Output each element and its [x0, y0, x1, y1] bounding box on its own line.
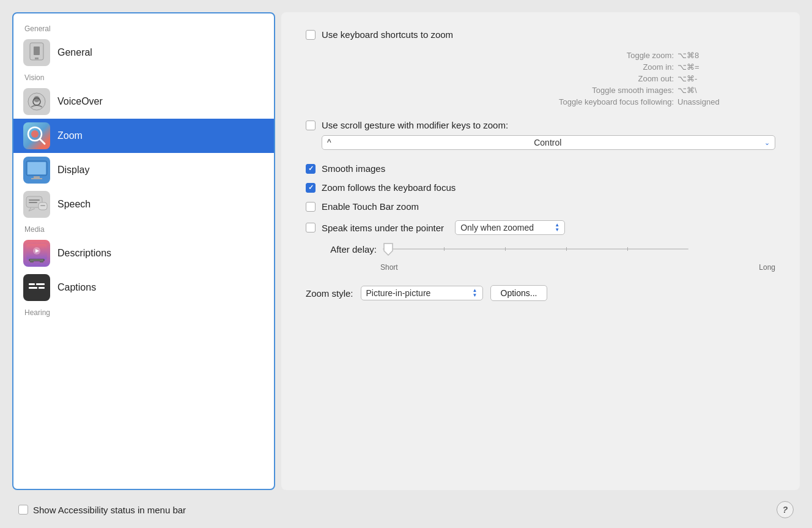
sidebar-section-hearing: Hearing [13, 305, 274, 319]
shortcut-toggle-zoom: Toggle zoom: ⌥⌘8 [320, 51, 775, 60]
after-delay-row: After delay: [306, 244, 775, 255]
svg-rect-12 [31, 178, 42, 179]
touch-bar-row: Enable Touch Bar zoom [306, 201, 775, 212]
smooth-images-row: Smooth images [306, 163, 775, 174]
zoom-style-arrows: ▲ ▼ [473, 288, 478, 298]
sidebar-section-general: General [13, 21, 274, 35]
speak-items-checkbox[interactable] [306, 223, 316, 232]
sidebar-item-display[interactable]: Display [13, 153, 274, 187]
keyboard-focus-row: Zoom follows the keyboard focus [306, 182, 775, 193]
svg-rect-15 [29, 202, 37, 203]
shortcut-zoom-in-label: Zoom in: [515, 62, 674, 72]
speak-items-dropdown[interactable]: Only when zoomed ▲ ▼ [455, 220, 565, 235]
scroll-gesture-checkbox[interactable] [306, 121, 316, 130]
content-area: Use keyboard shortcuts to zoom Toggle zo… [281, 12, 800, 490]
keyboard-shortcuts-row: Use keyboard shortcuts to zoom [306, 29, 775, 40]
zoom-style-row: Zoom style: Picture-in-picture ▲ ▼ Optio… [306, 285, 775, 301]
sidebar-item-voiceover[interactable]: VoiceOver [13, 84, 274, 119]
shortcut-keyboard-focus-label: Toggle keyboard focus following: [515, 97, 674, 106]
svg-rect-1 [34, 46, 40, 55]
shortcut-toggle-zoom-value: ⌥⌘8 [677, 51, 726, 60]
svg-line-7 [40, 139, 45, 144]
shortcut-keyboard-focus: Toggle keyboard focus following: Unassig… [320, 97, 775, 106]
sidebar-item-captions[interactable]: Captions [13, 270, 274, 305]
slider-short-label: Short [380, 263, 398, 272]
shortcut-toggle-zoom-label: Toggle zoom: [515, 51, 674, 60]
scroll-gesture-row: Use scroll gesture with modifier keys to… [306, 120, 775, 130]
shortcut-zoom-in: Zoom in: ⌥⌘= [320, 62, 775, 72]
after-delay-label: After delay: [306, 244, 377, 255]
sidebar-section-media: Media [13, 221, 274, 236]
svg-rect-25 [26, 279, 47, 294]
modifier-key-prefix: ^ [327, 138, 331, 147]
svg-rect-29 [39, 287, 45, 289]
shortcut-smooth-images-value: ⌥⌘\ [677, 86, 726, 95]
display-icon [23, 157, 50, 184]
sidebar-item-captions-label: Captions [57, 282, 96, 293]
svg-point-8 [31, 130, 39, 138]
slider-thumb-container [383, 240, 394, 258]
svg-rect-20 [30, 261, 34, 262]
options-button[interactable]: Options... [490, 285, 548, 301]
svg-rect-26 [29, 283, 35, 285]
modifier-key-arrow: ⌄ [764, 139, 770, 147]
svg-rect-14 [29, 199, 40, 201]
zoom-icon [23, 122, 50, 149]
svg-rect-17 [40, 205, 45, 206]
modifier-key-dropdown[interactable]: ^ Control ⌄ [322, 135, 775, 150]
sidebar-item-general[interactable]: General [13, 35, 274, 70]
zoom-style-value: Picture-in-picture [366, 288, 431, 298]
shortcut-smooth-images-label: Toggle smooth images: [515, 86, 674, 95]
slider-line [383, 248, 688, 250]
sidebar-item-speech[interactable]: Speech [13, 187, 274, 221]
captions-icon [23, 274, 50, 301]
speech-icon [23, 191, 50, 218]
slider-thumb-svg [383, 240, 394, 256]
slider-long-label: Long [759, 263, 775, 272]
smooth-images-label: Smooth images [322, 163, 385, 174]
shortcut-zoom-out: Zoom out: ⌥⌘- [320, 74, 775, 83]
svg-rect-21 [40, 261, 43, 262]
shortcut-zoom-out-value: ⌥⌘- [677, 74, 726, 83]
sidebar-item-descriptions-label: Descriptions [57, 248, 111, 259]
sidebar-item-voiceover-label: VoiceOver [57, 96, 103, 107]
touch-bar-checkbox[interactable] [306, 202, 316, 212]
shortcut-zoom-in-value: ⌥⌘= [677, 62, 726, 72]
svg-rect-22 [30, 259, 43, 261]
keyboard-focus-checkbox[interactable] [306, 183, 316, 193]
sidebar-item-speech-label: Speech [57, 199, 90, 210]
modifier-key-value: Control [534, 138, 561, 147]
sidebar-item-descriptions[interactable]: Descriptions [13, 236, 274, 270]
svg-rect-2 [35, 58, 39, 59]
speak-items-dropdown-arrows: ▲ ▼ [555, 223, 559, 232]
svg-rect-11 [34, 176, 40, 178]
after-delay-slider[interactable] [383, 244, 688, 255]
svg-rect-28 [29, 287, 37, 289]
shortcuts-block: Toggle zoom: ⌥⌘8 Zoom in: ⌥⌘= Zoom out: … [306, 51, 775, 106]
sidebar-item-zoom-label: Zoom [57, 130, 83, 141]
sidebar-item-general-label: General [57, 47, 92, 58]
keyboard-focus-label: Zoom follows the keyboard focus [322, 182, 456, 193]
sidebar-item-zoom[interactable]: Zoom [13, 119, 274, 153]
slider-labels-row: Short Long [306, 263, 775, 272]
scroll-gesture-label: Use scroll gesture with modifier keys to… [322, 120, 508, 130]
shortcut-keyboard-focus-value: Unassigned [677, 97, 726, 106]
smooth-images-checkbox[interactable] [306, 164, 316, 174]
help-button[interactable]: ? [777, 501, 794, 518]
sidebar-section-vision: Vision [13, 70, 274, 84]
sidebar: General General Vision [12, 12, 275, 490]
zoom-style-label: Zoom style: [306, 288, 353, 299]
zoom-style-dropdown[interactable]: Picture-in-picture ▲ ▼ [361, 286, 483, 300]
descriptions-icon [23, 240, 50, 267]
speak-items-row: Speak items under the pointer Only when … [306, 220, 775, 235]
svg-rect-10 [28, 162, 46, 174]
show-accessibility-label: Show Accessibility status in menu bar [33, 505, 186, 515]
touch-bar-label: Enable Touch Bar zoom [322, 201, 419, 212]
general-icon [23, 39, 50, 66]
sidebar-item-display-label: Display [57, 165, 89, 176]
show-accessibility-checkbox[interactable] [18, 505, 28, 515]
speak-items-label: Speak items under the pointer [322, 223, 444, 233]
keyboard-shortcuts-checkbox[interactable] [306, 30, 316, 40]
bottom-bar: Show Accessibility status in menu bar ? [0, 496, 812, 528]
shortcut-smooth-images: Toggle smooth images: ⌥⌘\ [320, 86, 775, 95]
